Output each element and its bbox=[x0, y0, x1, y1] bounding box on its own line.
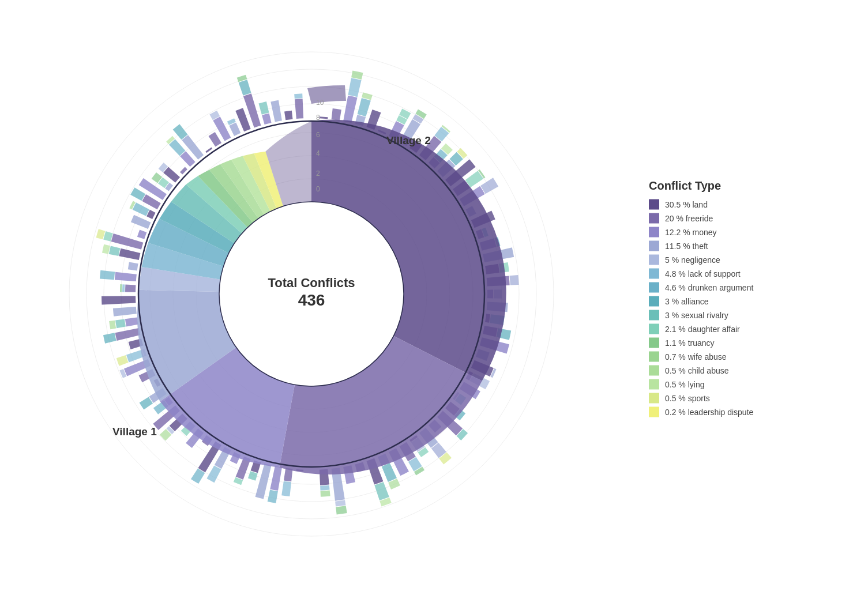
legend-items: 30.5 % land 20 % freeride 12.2 % money 1… bbox=[649, 199, 856, 417]
legend-label-9: 2.1 % daughter affair bbox=[665, 324, 740, 333]
legend-color-15 bbox=[649, 406, 659, 417]
grid-label-0: 0 bbox=[316, 185, 320, 193]
grid-label-2: 2 bbox=[316, 169, 320, 178]
village1-label: Village 1 bbox=[112, 425, 157, 438]
legend-color-5 bbox=[649, 268, 659, 278]
legend-label-13: 0.5 % lying bbox=[665, 379, 704, 389]
legend-color-3 bbox=[649, 240, 659, 251]
legend-color-4 bbox=[649, 254, 659, 265]
legend-container: Conflict Type 30.5 % land 20 % freeride … bbox=[649, 179, 856, 420]
grid-label-10: 10 bbox=[316, 99, 324, 107]
legend-label-4: 5 % negligence bbox=[665, 255, 720, 264]
legend-label-14: 0.5 % sports bbox=[665, 393, 710, 402]
legend-item-0: 30.5 % land bbox=[649, 199, 856, 209]
chart-container: Total Conflicts 436 10 8 6 4 2 0 Village… bbox=[0, 0, 634, 599]
legend-item-8: 3 % sexual rivalry bbox=[649, 310, 856, 320]
legend-label-10: 1.1 % truancy bbox=[665, 338, 715, 347]
legend-item-7: 3 % alliance bbox=[649, 296, 856, 306]
legend-label-7: 3 % alliance bbox=[665, 296, 709, 306]
chart-center-total: 436 bbox=[298, 291, 325, 309]
legend-color-11 bbox=[649, 351, 659, 361]
legend-color-0 bbox=[649, 199, 659, 209]
village2-label: Village 2 bbox=[386, 134, 431, 146]
legend-label-8: 3 % sexual rivalry bbox=[665, 310, 728, 319]
legend-color-6 bbox=[649, 282, 659, 292]
legend-color-10 bbox=[649, 337, 659, 348]
legend-color-12 bbox=[649, 365, 659, 375]
legend-item-4: 5 % negligence bbox=[649, 254, 856, 265]
grid-label-4: 4 bbox=[316, 149, 320, 157]
legend-label-15: 0.2 % leadership dispute bbox=[665, 407, 753, 416]
legend-item-6: 4.6 % drunken argument bbox=[649, 282, 856, 292]
legend-item-15: 0.2 % leadership dispute bbox=[649, 406, 856, 417]
grid-label-8: 8 bbox=[316, 114, 320, 122]
chart-center-title: Total Conflicts bbox=[268, 276, 355, 290]
legend-label-12: 0.5 % child abuse bbox=[665, 366, 729, 375]
legend-color-2 bbox=[649, 227, 659, 237]
legend-color-1 bbox=[649, 213, 659, 223]
legend-color-14 bbox=[649, 393, 659, 403]
legend-item-5: 4.8 % lack of support bbox=[649, 268, 856, 278]
legend-item-13: 0.5 % lying bbox=[649, 379, 856, 389]
legend-color-13 bbox=[649, 379, 659, 389]
main-chart-svg: Total Conflicts 436 10 8 6 4 2 0 Village… bbox=[0, 0, 634, 599]
legend-color-9 bbox=[649, 323, 659, 334]
legend-item-2: 12.2 % money bbox=[649, 227, 856, 237]
legend-label-2: 12.2 % money bbox=[665, 227, 717, 236]
legend-label-5: 4.8 % lack of support bbox=[665, 269, 741, 278]
legend-label-1: 20 % freeride bbox=[665, 213, 713, 223]
legend-item-11: 0.7 % wife abuse bbox=[649, 351, 856, 361]
legend-label-6: 4.6 % drunken argument bbox=[665, 282, 753, 292]
legend-color-8 bbox=[649, 310, 659, 320]
legend-item-10: 1.1 % truancy bbox=[649, 337, 856, 348]
legend-label-11: 0.7 % wife abuse bbox=[665, 352, 727, 361]
legend-item-1: 20 % freeride bbox=[649, 213, 856, 223]
legend-title: Conflict Type bbox=[649, 179, 856, 192]
legend-item-3: 11.5 % theft bbox=[649, 240, 856, 251]
legend-label-0: 30.5 % land bbox=[665, 199, 708, 209]
legend-label-3: 11.5 % theft bbox=[665, 241, 708, 250]
legend-item-12: 0.5 % child abuse bbox=[649, 365, 856, 375]
grid-label-6: 6 bbox=[316, 131, 320, 139]
legend-color-7 bbox=[649, 296, 659, 306]
legend-item-14: 0.5 % sports bbox=[649, 393, 856, 403]
legend-item-9: 2.1 % daughter affair bbox=[649, 323, 856, 334]
